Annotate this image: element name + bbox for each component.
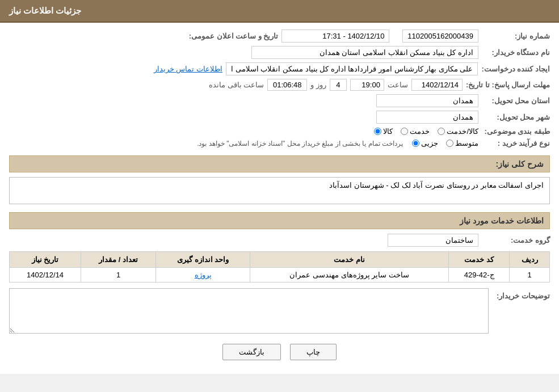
creator-label: ایجاد کننده درخواست: [481, 65, 550, 73]
buyer-desc-textarea[interactable] [9, 288, 489, 334]
process-motavaset-label: متوسط [455, 139, 478, 147]
creator-row: ایجاد کننده درخواست: علی مکاری بهار کارش… [9, 62, 550, 75]
cell-name: ساخت سایر پروژه‌های مهندسی عمران [250, 268, 449, 283]
general-desc-section-title: شرح کلی نیاز: [9, 155, 550, 172]
category-kala-radio[interactable] [374, 128, 381, 135]
buyer-org-value: اداره کل بنیاد مسکن انقلاب اسلامی استان … [251, 46, 478, 59]
category-kala: کالا [374, 127, 393, 136]
header-bar: جزئیات اطلاعات نیاز [0, 0, 559, 23]
col-date: تاریخ نیاز [10, 252, 81, 268]
cell-quantity: 1 [81, 268, 156, 283]
deadline-label: مهلت ارسال پاسخ: تا تاریخ: [466, 81, 550, 89]
announce-datetime-value: 1402/12/10 - 17:31 [281, 29, 389, 43]
page-container: جزئیات اطلاعات نیاز شماره نیاز: 11020051… [0, 0, 559, 374]
bottom-buttons: چاپ بازگشت [9, 344, 550, 360]
col-name: نام خدمت [250, 252, 449, 268]
service-table: ردیف کد خدمت نام خدمت واحد اندازه گیری ت… [9, 251, 550, 283]
process-jozvi: جزیی [412, 139, 438, 147]
cell-row: 1 [510, 268, 550, 283]
creator-link[interactable]: اطلاعات تماس خریدار [154, 65, 222, 73]
print-button[interactable]: چاپ [290, 344, 337, 360]
process-motavaset: متوسط [446, 139, 478, 147]
process-label: نوع فرآیند خرید : [482, 139, 550, 147]
request-number-label: شماره نیاز: [482, 32, 550, 40]
buyer-org-row: نام دستگاه خریدار: اداره کل بنیاد مسکن ا… [9, 46, 550, 59]
category-row: طبقه بندی موضوعی: کالا/خدمت خدمت کالا [9, 127, 550, 136]
category-khadamat-radio[interactable] [401, 128, 408, 135]
deadline-time: 19:00 [350, 79, 384, 91]
category-kala-khadamat: کالا/خدمت [438, 127, 478, 136]
cell-code: ج-42-429 [448, 268, 509, 283]
cell-unit[interactable]: پروژه [156, 268, 250, 283]
process-jozvi-label: جزیی [421, 139, 438, 147]
request-number-row: شماره نیاز: 1102005162000439 1402/12/10 … [9, 29, 550, 43]
province-value: همدان [376, 94, 478, 107]
province-label: استان محل تحویل: [482, 96, 550, 105]
process-radio-group: متوسط جزیی [412, 139, 478, 147]
deadline-row: مهلت ارسال پاسخ: تا تاریخ: 1402/12/14 سا… [9, 79, 550, 91]
service-group-row: گروه خدمت: ساختمان [9, 234, 550, 247]
general-desc-label: شرح کلی نیاز: [496, 159, 544, 168]
category-kala-khadamat-radio[interactable] [438, 128, 445, 135]
city-row: شهر محل تحویل: همدان [9, 111, 550, 124]
deadline-remaining-label: ساعت باقی مانده [209, 81, 264, 89]
city-label: شهر محل تحویل: [482, 113, 550, 121]
process-motavaset-radio[interactable] [446, 140, 453, 147]
deadline-days-label: روز و [310, 81, 326, 89]
category-kala-label: کالا [383, 127, 393, 136]
col-code: کد خدمت [448, 252, 509, 268]
category-khadamat: خدمت [401, 127, 430, 136]
main-content: شماره نیاز: 1102005162000439 1402/12/10 … [0, 23, 559, 374]
back-button[interactable]: بازگشت [222, 344, 281, 360]
col-unit: واحد اندازه گیری [156, 252, 250, 268]
general-desc-value: اجرای اسفالت معابر در روستای نصرت آباد ل… [9, 177, 550, 204]
request-number-value: 1102005162000439 [402, 29, 478, 43]
process-note: پرداخت تمام یا بخشی از مبلغ خریداز محل "… [197, 140, 403, 147]
page-title: جزئیات اطلاعات نیاز [9, 6, 81, 15]
service-group-label: گروه خدمت: [482, 236, 550, 245]
process-jozvi-radio[interactable] [412, 140, 419, 147]
cell-date: 1402/12/14 [10, 268, 81, 283]
buyer-org-label: نام دستگاه خریدار: [482, 48, 550, 57]
col-quantity: تعداد / مقدار [81, 252, 156, 268]
process-row: نوع فرآیند خرید : متوسط جزیی پرداخت تمام… [9, 139, 550, 147]
buyer-desc-row: توضیحات خریدار: [9, 288, 550, 334]
service-group-value: ساختمان [388, 234, 478, 247]
col-row: ردیف [510, 252, 550, 268]
province-row: استان محل تحویل: همدان [9, 94, 550, 107]
category-label: طبقه بندی موضوعی: [482, 127, 550, 136]
category-kala-khadamat-label: کالا/خدمت [447, 127, 478, 136]
category-radio-group: کالا/خدمت خدمت کالا [374, 127, 478, 136]
deadline-days: 4 [330, 79, 347, 91]
deadline-date: 1402/12/14 [411, 79, 463, 91]
creator-value: علی مکاری بهار کارشناس امور قراردادها اد… [226, 62, 478, 75]
deadline-remaining: 01:06:48 [267, 79, 307, 91]
table-row: 1 ج-42-429 ساخت سایر پروژه‌های مهندسی عم… [10, 268, 550, 283]
service-info-title: اطلاعات خدمات مورد نیاز [9, 212, 550, 229]
deadline-time-label: ساعت [388, 81, 408, 89]
announce-datetime-label: تاریخ و ساعت اعلان عمومی: [189, 32, 279, 40]
city-value: همدان [376, 111, 478, 124]
buyer-desc-label: توضیحات خریدار: [493, 288, 550, 300]
category-khadamat-label: خدمت [410, 127, 430, 136]
